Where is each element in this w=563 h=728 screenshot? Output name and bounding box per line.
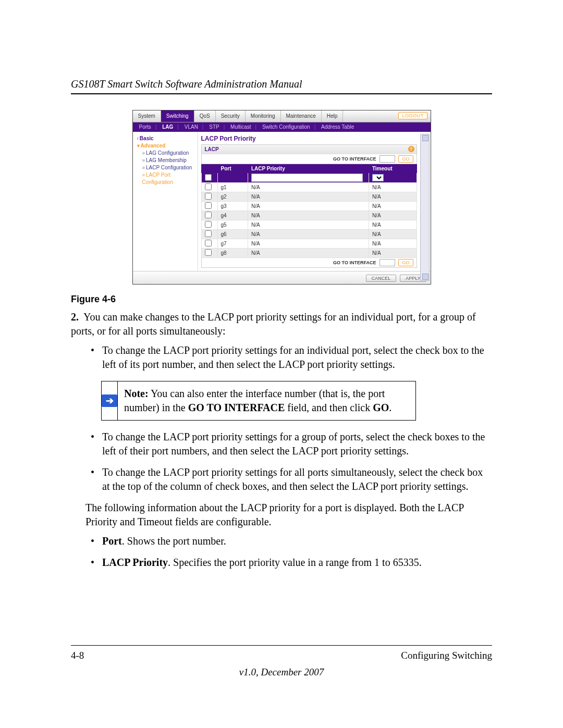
table-row: g3N/AN/A — [201, 202, 417, 211]
go-button-top[interactable]: GO — [398, 155, 413, 163]
cancel-button[interactable]: CANCEL — [366, 275, 397, 282]
list-item: Port. Shows the port number. — [102, 534, 492, 548]
priority-filter-input[interactable] — [251, 174, 363, 182]
table-row: g2N/AN/A — [201, 192, 417, 202]
col-port: Port — [217, 165, 248, 173]
sidebar-advanced[interactable]: ▾Advanced — [137, 142, 195, 150]
section-name: Configuring Switching — [401, 650, 492, 661]
tab-switching[interactable]: Switching — [161, 110, 194, 122]
table-row: g7N/AN/A — [201, 239, 417, 249]
table-row: g5N/AN/A — [201, 220, 417, 230]
switch-ui-screenshot: System Switching QoS Security Monitoring… — [132, 110, 431, 285]
goto-label-bottom: GO TO INTERFACE — [333, 260, 376, 265]
list-item: LACP Priority. Specifies the port priori… — [102, 556, 492, 570]
table-row: g6N/AN/A — [201, 230, 417, 239]
tab-monitoring[interactable]: Monitoring — [246, 110, 281, 122]
page-number: 4-8 — [71, 650, 84, 661]
figure-caption: Figure 4-6 — [71, 294, 492, 305]
row-checkbox[interactable] — [205, 183, 212, 190]
subtab-ports[interactable]: Ports — [137, 124, 153, 130]
header-rule — [71, 93, 492, 94]
paragraph: The following information about the LACP… — [71, 501, 492, 529]
goto-row-top: GO TO INTERFACE GO — [201, 154, 417, 164]
sidebar: ›Basic ▾Advanced »LAG Configuration »LAG… — [133, 132, 198, 271]
row-checkbox[interactable] — [205, 193, 212, 200]
subtab-vlan[interactable]: VLAN — [182, 124, 200, 130]
sidebar-item-lacp-port-config[interactable]: »LACP Port Configuration — [137, 171, 195, 186]
table-row: g1N/AN/A — [201, 183, 417, 192]
sub-tabbar: Ports| LAG| VLAN| STP| Multicast| Switch… — [133, 122, 431, 132]
subtab-switch-config[interactable]: Switch Configuration — [260, 124, 312, 130]
scrollbar[interactable] — [420, 134, 430, 281]
subtab-stp[interactable]: STP — [207, 124, 221, 130]
tab-help[interactable]: Help — [322, 110, 344, 122]
row-checkbox[interactable] — [205, 221, 212, 228]
definition-list: Port. Shows the port number. LACP Priori… — [71, 534, 492, 570]
lacp-table: Port LACP Priority Timeout g1N/AN/A — [201, 164, 417, 258]
subtab-address-table[interactable]: Address Table — [319, 124, 356, 130]
row-checkbox[interactable] — [205, 212, 212, 218]
running-header: GS108T Smart Switch Software Administrat… — [71, 78, 492, 90]
sidebar-basic[interactable]: ›Basic — [137, 135, 195, 142]
list-item: To change the LACP port priority setting… — [102, 430, 492, 458]
select-all-checkbox[interactable] — [205, 174, 212, 181]
timeout-filter-select[interactable] — [372, 174, 384, 181]
subtab-multicast[interactable]: Multicast — [228, 124, 253, 130]
section-title: LACP Port Priority — [201, 135, 417, 142]
goto-row-bottom: GO TO INTERFACE GO — [201, 258, 417, 268]
version-line: v1.0, December 2007 — [71, 667, 492, 678]
step-2: 2.You can make changes to the LACP port … — [71, 310, 492, 338]
row-checkbox[interactable] — [205, 249, 212, 256]
col-priority: LACP Priority — [248, 165, 369, 173]
tab-system[interactable]: System — [133, 110, 161, 122]
row-checkbox[interactable] — [205, 230, 212, 237]
list-item: To change the LACP port priority setting… — [102, 343, 492, 372]
table-row: g8N/AN/A — [201, 249, 417, 258]
bullet-list-1: To change the LACP port priority setting… — [71, 343, 492, 372]
panel-header: LACP ? — [201, 144, 417, 154]
sidebar-item-lag-membership[interactable]: »LAG Membership — [137, 157, 195, 164]
subtab-lag[interactable]: LAG — [160, 124, 175, 130]
help-icon[interactable]: ? — [408, 146, 414, 152]
action-bar: CANCEL APPLY — [133, 271, 431, 284]
goto-input[interactable] — [380, 155, 395, 163]
note-box: ➔ Note: You can also enter the interface… — [101, 381, 416, 421]
sidebar-item-lag-config[interactable]: »LAG Configuration — [137, 150, 195, 157]
col-check — [201, 165, 217, 173]
bullet-list-2: To change the LACP port priority setting… — [71, 430, 492, 493]
row-checkbox[interactable] — [205, 240, 212, 246]
row-checkbox[interactable] — [205, 202, 212, 209]
tab-security[interactable]: Security — [216, 110, 246, 122]
table-row: g4N/AN/A — [201, 211, 417, 220]
goto-input-bottom[interactable] — [380, 259, 395, 266]
go-button-bottom[interactable]: GO — [398, 259, 413, 266]
logout-button[interactable]: LOGOUT — [398, 112, 427, 119]
goto-label: GO TO INTERFACE — [333, 156, 376, 162]
col-timeout: Timeout — [369, 165, 417, 173]
list-item: To change the LACP port priority setting… — [102, 465, 492, 493]
note-text: Note: You can also enter the interface n… — [118, 381, 415, 420]
arrow-right-icon: ➔ — [102, 394, 117, 407]
tab-qos[interactable]: QoS — [194, 110, 216, 122]
main-tabbar: System Switching QoS Security Monitoring… — [133, 110, 431, 122]
page-footer: 4-8 Configuring Switching v1.0, December… — [71, 645, 492, 678]
sidebar-item-lacp-config[interactable]: »LACP Configuration — [137, 164, 195, 171]
tab-maintenance[interactable]: Maintenance — [281, 110, 322, 122]
